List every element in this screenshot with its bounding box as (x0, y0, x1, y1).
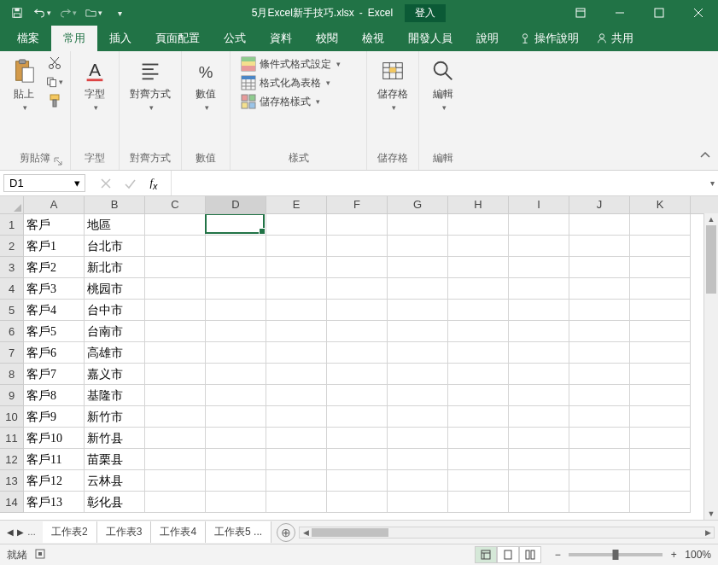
cell[interactable] (327, 300, 388, 321)
column-header[interactable]: F (327, 196, 388, 213)
cell[interactable]: 客戶3 (24, 278, 85, 300)
cell[interactable] (327, 364, 388, 385)
cell[interactable] (206, 492, 266, 513)
scroll-right-icon[interactable]: ▶ (702, 527, 714, 538)
cell[interactable] (206, 470, 266, 492)
cell[interactable] (327, 428, 388, 449)
cell[interactable] (266, 257, 327, 278)
tellme-button[interactable]: 操作說明 (511, 26, 587, 51)
cell[interactable] (509, 470, 569, 492)
cell[interactable] (266, 278, 327, 300)
cell[interactable] (448, 214, 509, 236)
cell[interactable] (388, 406, 448, 428)
cell[interactable] (448, 278, 509, 300)
cell[interactable] (509, 492, 569, 513)
cell[interactable]: 客戶6 (24, 342, 85, 364)
cell[interactable] (145, 428, 206, 449)
cell[interactable] (145, 449, 206, 470)
cell[interactable] (509, 364, 569, 385)
cell[interactable] (509, 428, 569, 449)
cell[interactable] (448, 492, 509, 513)
cell[interactable]: 新北市 (85, 257, 145, 278)
row-header[interactable]: 1 (0, 214, 24, 236)
cell[interactable] (388, 321, 448, 342)
minimize-button[interactable] (600, 0, 639, 26)
cell[interactable] (266, 492, 327, 513)
cell[interactable] (569, 342, 630, 364)
cell[interactable]: 苗栗县 (85, 449, 145, 470)
column-header[interactable]: C (145, 196, 206, 213)
insert-function-button[interactable]: fx (143, 174, 164, 193)
cell[interactable]: 客戶13 (24, 492, 85, 513)
cell[interactable]: 客戶7 (24, 364, 85, 385)
cell[interactable] (206, 236, 266, 257)
column-header[interactable]: J (569, 196, 630, 213)
cell-styles-button[interactable]: 儲存格樣式▾ (237, 92, 359, 111)
cell[interactable] (388, 470, 448, 492)
cell[interactable] (266, 470, 327, 492)
cell[interactable] (448, 300, 509, 321)
format-painter-icon[interactable] (46, 92, 63, 109)
column-header[interactable]: E (266, 196, 327, 213)
paste-button[interactable]: 貼上▾ (7, 55, 41, 114)
cell[interactable] (145, 364, 206, 385)
cell[interactable] (145, 321, 206, 342)
cell[interactable]: 客戶10 (24, 428, 85, 449)
sheet-tab[interactable]: 工作表2 (43, 521, 97, 543)
row-header[interactable]: 4 (0, 278, 24, 300)
row-header[interactable]: 9 (0, 385, 24, 406)
share-button[interactable]: 共用 (587, 26, 642, 51)
scroll-up-icon[interactable]: ▲ (704, 213, 718, 225)
cell[interactable] (388, 300, 448, 321)
cell[interactable] (206, 278, 266, 300)
sheet-tab[interactable]: 工作表4 (151, 521, 206, 543)
cell[interactable] (266, 364, 327, 385)
cell[interactable] (630, 257, 691, 278)
cell[interactable] (509, 385, 569, 406)
cell[interactable]: 桃园市 (85, 278, 145, 300)
cell[interactable] (630, 385, 691, 406)
editing-button[interactable]: 編輯▾ (426, 55, 460, 114)
close-button[interactable] (679, 0, 718, 26)
cell[interactable] (630, 321, 691, 342)
cell[interactable] (266, 428, 327, 449)
undo-icon[interactable]: ▾ (34, 4, 51, 21)
new-sheet-button[interactable]: ⊕ (277, 523, 295, 542)
column-header[interactable]: I (509, 196, 569, 213)
zoom-level-label[interactable]: 100% (685, 549, 711, 561)
alignment-button[interactable]: 對齊方式▾ (126, 55, 174, 114)
font-button[interactable]: A 字型▾ (78, 55, 112, 114)
cell[interactable] (448, 470, 509, 492)
tab-view[interactable]: 檢視 (350, 26, 396, 51)
cell[interactable] (448, 385, 509, 406)
hscroll-thumb[interactable] (312, 528, 388, 537)
cell[interactable] (327, 236, 388, 257)
tab-developer[interactable]: 開發人員 (396, 26, 464, 51)
cell[interactable] (569, 492, 630, 513)
cell[interactable] (388, 236, 448, 257)
cell[interactable] (388, 214, 448, 236)
maximize-button[interactable] (639, 0, 679, 26)
tab-data[interactable]: 資料 (258, 26, 304, 51)
cell[interactable] (266, 385, 327, 406)
tab-help[interactable]: 說明 (464, 26, 511, 51)
cell[interactable] (569, 236, 630, 257)
tab-layout[interactable]: 頁面配置 (143, 26, 212, 51)
cell[interactable] (327, 470, 388, 492)
cell[interactable] (569, 406, 630, 428)
cell[interactable] (509, 278, 569, 300)
cell[interactable] (448, 364, 509, 385)
row-header[interactable]: 6 (0, 321, 24, 342)
cell[interactable] (448, 257, 509, 278)
cell[interactable] (327, 278, 388, 300)
cell[interactable] (569, 257, 630, 278)
cell[interactable] (327, 257, 388, 278)
cell[interactable] (206, 364, 266, 385)
row-header[interactable]: 13 (0, 470, 24, 492)
cells-area[interactable]: 客戶地區客戶1台北市客戶2新北市客戶3桃园市客戶4台中市客戶5台南市客戶6高雄市… (24, 214, 691, 520)
cell[interactable]: 高雄市 (85, 342, 145, 364)
cell[interactable] (630, 236, 691, 257)
cell[interactable] (266, 321, 327, 342)
cell[interactable] (630, 364, 691, 385)
row-header[interactable]: 14 (0, 492, 24, 513)
